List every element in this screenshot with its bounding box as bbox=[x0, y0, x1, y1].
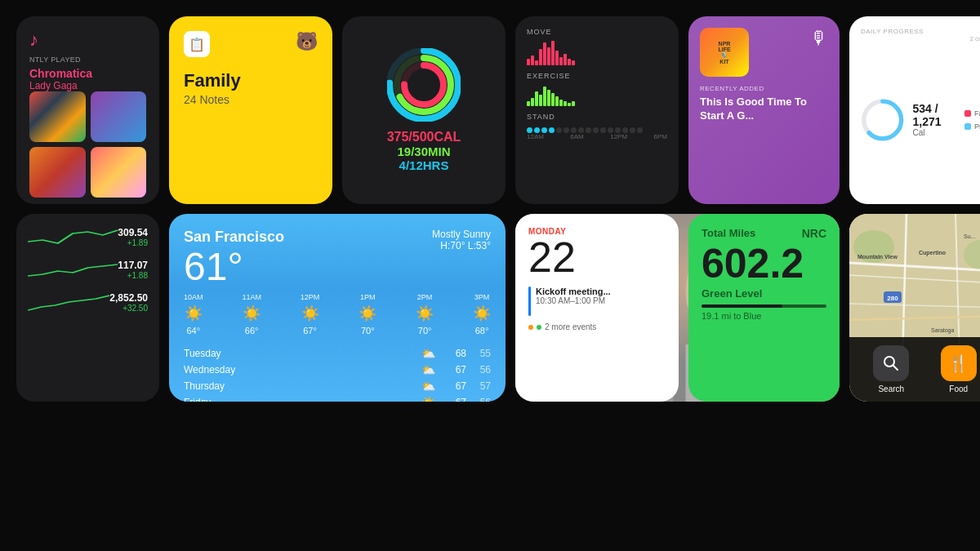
notes-widget[interactable]: 📋 🐻 Family 24 Notes bbox=[169, 16, 332, 204]
weather-hour-0: 10AM ☀️ 64° bbox=[184, 293, 203, 335]
stock-0-price: 309.54 bbox=[118, 227, 148, 238]
running-progress-fill bbox=[702, 304, 782, 308]
album-art-1[interactable] bbox=[29, 91, 86, 142]
stand-stat: 4/12HRS bbox=[354, 158, 494, 172]
svg-text:Mountain View: Mountain View bbox=[858, 254, 898, 260]
map-food-label: Food bbox=[949, 384, 968, 393]
event-time: 10:30 AM–1:00 PM bbox=[536, 296, 611, 305]
weather-day-2: Thursday ⛅ 67 57 bbox=[184, 380, 491, 393]
weather-hour-4: 2PM ☀️ 70° bbox=[416, 293, 434, 335]
stock-1-price: 117.07 bbox=[118, 260, 148, 271]
notes-person-icon: 🐻 bbox=[296, 31, 318, 52]
move-stat: 375/500CAL bbox=[354, 130, 494, 144]
notes-count: 24 Notes bbox=[184, 93, 318, 106]
exercise-chart bbox=[527, 83, 667, 106]
health-label: DAILY PROGRESS bbox=[861, 28, 980, 35]
running-level: Green Level bbox=[702, 287, 826, 300]
running-logo: NRC bbox=[802, 227, 826, 240]
stock-0-change: +1.89 bbox=[118, 238, 148, 247]
album-art-2[interactable] bbox=[91, 91, 147, 142]
podcast-app-icon: 🎙 bbox=[810, 28, 828, 49]
event-dot-1 bbox=[528, 325, 533, 330]
exercise-stat: 19/30MIN bbox=[354, 144, 494, 158]
notes-icon: 📋 bbox=[184, 31, 210, 57]
weather-hour-1: 11AM ☀️ 66° bbox=[242, 293, 261, 335]
music-artist: Lady Gaga bbox=[29, 80, 146, 91]
weather-temp: 61° bbox=[184, 247, 284, 287]
event-line bbox=[528, 287, 531, 316]
activity-stats: 375/500CAL 19/30MIN 4/12HRS bbox=[354, 130, 494, 172]
event-dot-2 bbox=[537, 325, 541, 330]
stock-row-2: 2,852.50 +32.50 bbox=[28, 291, 148, 313]
dashboard: ♪ NTLY PLAYED Chromatica Lady Gaga 📋 🐻 F… bbox=[8, 8, 972, 543]
podcast-badge: RECENTLY ADDED bbox=[700, 85, 828, 92]
calendar-widget[interactable]: MONDAY 22 Kickoff meeting... 10:30 AM–1:… bbox=[515, 214, 679, 402]
running-widget[interactable]: Total Miles NRC 602.2 Green Level 19.1 m… bbox=[688, 214, 840, 402]
move-chart bbox=[527, 39, 667, 65]
stock-2-price: 2,852.50 bbox=[109, 292, 148, 304]
map-actions: Search 🍴 Food bbox=[849, 337, 980, 402]
calendar-date: 22 bbox=[528, 236, 666, 278]
stocks-widget[interactable]: 309.54 +1.89 117.07 +1.88 2,852.50 +32.5… bbox=[16, 214, 159, 402]
running-miles: 602.2 bbox=[702, 243, 826, 284]
weather-day-1: Wednesday ⛅ 67 56 bbox=[184, 363, 491, 376]
map-search-wrap[interactable]: Search bbox=[873, 345, 909, 393]
map-widget[interactable]: 280 Mountain View Cupertino Su... Sarato… bbox=[849, 214, 980, 402]
calendar-event-0: Kickoff meeting... 10:30 AM–1:00 PM bbox=[528, 287, 666, 316]
music-recently-label: NTLY PLAYED bbox=[29, 56, 146, 64]
activity-widget[interactable]: 375/500CAL 19/30MIN 4/12HRS bbox=[342, 16, 506, 204]
album-art-3[interactable] bbox=[29, 147, 86, 198]
stand-chart-label: STAND bbox=[527, 113, 667, 121]
event-name: Kickoff meeting... bbox=[536, 287, 611, 296]
map-food-wrap[interactable]: 🍴 Food bbox=[941, 345, 977, 393]
notes-title: Family bbox=[184, 70, 318, 91]
move-chart-label: MOVE bbox=[527, 28, 667, 36]
activity-rings bbox=[387, 48, 461, 122]
weather-day-3: Friday ☀️ 67 56 bbox=[184, 396, 491, 402]
stock-1-change: +1.88 bbox=[118, 271, 148, 280]
health-widget[interactable]: DAILY PROGRESS 2 cups 534 / 1,271 Cal Fa… bbox=[849, 16, 980, 204]
podcast-album: NPRLIFE🎙️KIT bbox=[700, 28, 749, 77]
running-distance-to-next: 19.1 mi to Blue bbox=[702, 311, 826, 321]
chart-times: 12AM 6AM 12PM 6PM bbox=[527, 133, 667, 140]
weather-hour-5: 3PM ☀️ 68° bbox=[473, 293, 491, 335]
weather-hour-3: 1PM ☀️ 70° bbox=[359, 293, 376, 335]
calendar-more-events: 2 more events bbox=[528, 322, 666, 331]
svg-text:Su...: Su... bbox=[964, 233, 975, 239]
running-progress-bar bbox=[702, 304, 826, 308]
podcast-widget[interactable]: NPRLIFE🎙️KIT 🎙 RECENTLY ADDED This Is Go… bbox=[688, 16, 840, 204]
health-cal-unit: Cal bbox=[912, 128, 956, 137]
podcast-title: This Is Good Time To Start A G... bbox=[700, 96, 828, 123]
map-search-label: Search bbox=[878, 384, 904, 393]
health-ring bbox=[861, 91, 904, 149]
weather-day-0: Tuesday ⛅ 68 55 bbox=[184, 347, 491, 360]
weather-hour-2: 12PM ☀️ 67° bbox=[301, 293, 320, 335]
activity-chart-widget[interactable]: MOVE EXERCISE bbox=[515, 16, 679, 204]
weather-hourly: 10AM ☀️ 64° 11AM ☀️ 66° 12PM ☀️ 67° 1PM … bbox=[184, 293, 491, 335]
stock-row-0: 309.54 +1.89 bbox=[28, 225, 148, 248]
svg-line-33 bbox=[893, 366, 898, 371]
stock-2-change: +32.50 bbox=[109, 304, 148, 313]
stand-dots bbox=[527, 127, 667, 133]
map-search-icon[interactable] bbox=[873, 345, 909, 381]
music-albums bbox=[29, 91, 146, 198]
weather-widget[interactable]: San Francisco 61° Mostly Sunny H:70° L:5… bbox=[169, 214, 506, 402]
health-calories: 534 / 1,271 bbox=[912, 102, 956, 128]
svg-text:280: 280 bbox=[887, 295, 898, 302]
music-title: Chromatica bbox=[29, 67, 146, 80]
music-widget[interactable]: ♪ NTLY PLAYED Chromatica Lady Gaga bbox=[16, 16, 159, 204]
weather-city: San Francisco bbox=[184, 229, 284, 246]
svg-text:Saratoga: Saratoga bbox=[931, 327, 955, 334]
svg-text:Cupertino: Cupertino bbox=[919, 250, 946, 256]
running-title: Total Miles bbox=[702, 227, 755, 239]
map-image: 280 Mountain View Cupertino Su... Sarato… bbox=[849, 214, 980, 402]
weather-conditions: Mostly Sunny H:70° L:53° bbox=[432, 229, 491, 251]
music-icon: ♪ bbox=[29, 29, 146, 51]
map-food-icon[interactable]: 🍴 bbox=[941, 345, 977, 381]
stock-row-1: 117.07 +1.88 bbox=[28, 258, 148, 281]
more-events-text: 2 more events bbox=[545, 322, 596, 331]
album-art-4[interactable] bbox=[91, 147, 147, 198]
weather-daily: Tuesday ⛅ 68 55 Wednesday ⛅ 67 56 Thursd… bbox=[184, 347, 491, 402]
exercise-chart-label: EXERCISE bbox=[527, 72, 667, 80]
health-cups: 2 cups bbox=[969, 35, 980, 42]
